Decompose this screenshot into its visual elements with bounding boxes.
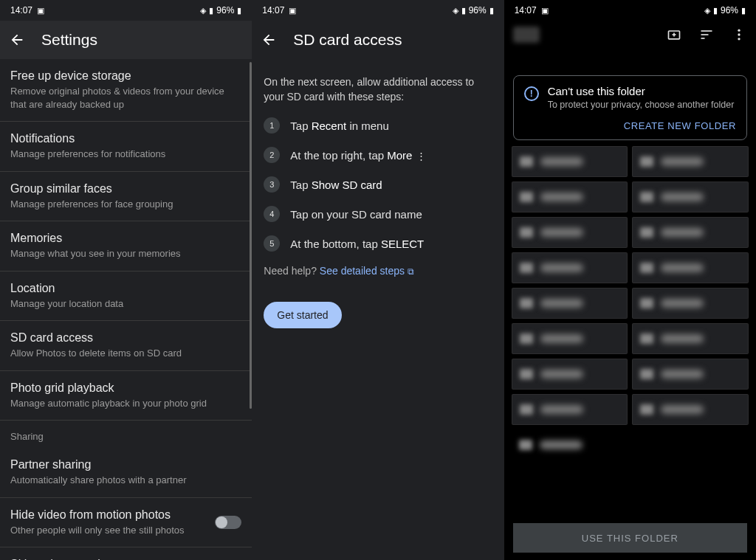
- step-1: 1 Tap Recent in menu: [264, 117, 492, 134]
- wifi-icon: ◈: [200, 6, 206, 15]
- sort-icon[interactable]: [698, 27, 715, 43]
- photo-indicator-icon: ▣: [289, 6, 296, 15]
- status-time: 14:07: [515, 5, 537, 15]
- section-sharing-label: Sharing: [0, 421, 252, 448]
- folder-tile[interactable]: [512, 394, 628, 425]
- folder-tile[interactable]: [512, 323, 628, 354]
- signal-icon: ▮: [713, 6, 718, 15]
- status-time: 14:07: [10, 5, 32, 15]
- status-bar: 14:07 ▣ ◈ ▮ 96% ▮: [252, 0, 504, 21]
- status-battery: 96%: [216, 5, 234, 15]
- step-5: 5 At the bottom, tap SELECT: [264, 235, 492, 252]
- setting-sd-card-access[interactable]: SD card access Allow Photos to delete it…: [0, 321, 252, 371]
- back-button[interactable]: [9, 32, 25, 48]
- photo-indicator-icon: ▣: [541, 6, 549, 15]
- status-bar: 14:07 ▣ ◈ ▮ 96% ▮: [0, 0, 252, 21]
- folder-tile[interactable]: [632, 359, 749, 390]
- create-new-folder-button[interactable]: CREATE NEW FOLDER: [624, 120, 736, 131]
- folder-tile[interactable]: [632, 323, 749, 354]
- setting-group-faces[interactable]: Group similar faces Manage preferences f…: [0, 172, 252, 222]
- folder-tile[interactable]: [632, 288, 749, 319]
- setting-memories[interactable]: Memories Manage what you see in your mem…: [0, 221, 252, 272]
- setting-hide-video[interactable]: Hide video from motion photos Other peop…: [0, 498, 252, 548]
- folder-tile[interactable]: [512, 288, 628, 319]
- setting-location[interactable]: Location Manage your location data: [0, 272, 252, 322]
- alert-title: Can't use this folder: [548, 85, 735, 97]
- signal-icon: ▮: [461, 6, 466, 15]
- setting-partner-sharing[interactable]: Partner sharing Automatically share phot…: [0, 448, 252, 498]
- page-title: SD card access: [293, 31, 402, 49]
- setting-free-up-storage[interactable]: Free up device storage Remove original p…: [0, 59, 252, 122]
- battery-icon: ▮: [237, 6, 241, 15]
- status-time: 14:07: [262, 5, 284, 15]
- new-folder-icon[interactable]: [666, 27, 682, 43]
- folder-tile[interactable]: [512, 359, 628, 390]
- svg-point-6: [738, 30, 740, 32]
- more-dots-icon: ⋮: [416, 151, 426, 162]
- folder-tile[interactable]: [632, 146, 749, 177]
- svg-point-7: [738, 33, 740, 35]
- status-battery: 96%: [469, 5, 487, 15]
- status-battery: 96%: [721, 5, 738, 15]
- folder-tile[interactable]: [512, 182, 628, 212]
- folder-tile[interactable]: [632, 217, 749, 248]
- wifi-icon: ◈: [704, 6, 710, 15]
- setting-notifications[interactable]: Notifications Manage preferences for not…: [0, 122, 252, 172]
- folder-tile[interactable]: [512, 217, 628, 248]
- back-button[interactable]: [261, 32, 277, 48]
- svg-rect-4: [701, 34, 708, 35]
- use-this-folder-button[interactable]: USE THIS FOLDER: [513, 523, 747, 553]
- overflow-menu-icon[interactable]: [731, 27, 747, 43]
- battery-icon: ▮: [741, 6, 746, 15]
- path-chip: [513, 27, 540, 43]
- wifi-icon: ◈: [453, 6, 458, 15]
- battery-icon: ▮: [489, 6, 494, 15]
- setting-photo-grid-playback[interactable]: Photo grid playback Manage automatic pla…: [0, 371, 252, 421]
- folder-tile[interactable]: [512, 252, 628, 283]
- svg-point-8: [738, 38, 740, 40]
- folder-grid: [504, 146, 756, 460]
- step-3: 3 Tap Show SD card: [264, 176, 492, 193]
- instruction-intro: On the next screen, allow additional acc…: [264, 75, 492, 104]
- detailed-steps-link[interactable]: See detailed steps: [320, 265, 405, 277]
- folder-tile[interactable]: [632, 252, 749, 283]
- step-2: 2 At the top right, tap More⋮: [264, 147, 492, 163]
- photo-indicator-icon: ▣: [37, 6, 44, 15]
- step-4: 4 Tap on your SD card name: [264, 206, 492, 222]
- settings-list: Free up device storage Remove original p…: [0, 59, 252, 560]
- alert-desc: To protect your privacy, choose another …: [548, 100, 735, 110]
- page-title: Settings: [41, 31, 97, 49]
- hide-video-toggle[interactable]: [215, 516, 241, 529]
- status-bar: 14:07 ▣ ◈ ▮ 96% ▮: [504, 0, 756, 21]
- external-link-icon: ⧉: [408, 266, 414, 277]
- svg-rect-5: [701, 38, 704, 39]
- folder-tile[interactable]: [632, 182, 749, 212]
- signal-icon: ▮: [209, 6, 213, 15]
- svg-rect-3: [701, 30, 712, 32]
- help-line: Need help? See detailed steps⧉: [264, 265, 492, 277]
- folder-tile[interactable]: [512, 429, 628, 460]
- info-icon: !: [524, 86, 539, 101]
- folder-tile[interactable]: [632, 394, 749, 425]
- folder-tile[interactable]: [512, 146, 628, 177]
- setting-skipped-suggestions[interactable]: Skipped suggestions: [0, 547, 252, 560]
- get-started-button[interactable]: Get started: [264, 302, 341, 328]
- alert-card: ! Can't use this folder To protect your …: [513, 75, 747, 140]
